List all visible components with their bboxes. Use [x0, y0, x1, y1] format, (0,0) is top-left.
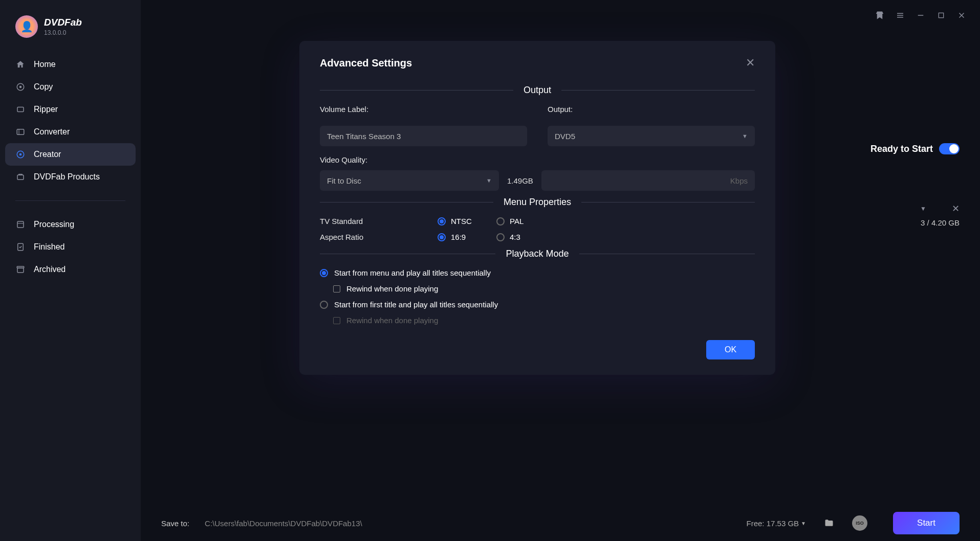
svg-rect-12: [17, 266, 24, 268]
svg-rect-2: [17, 107, 24, 112]
chevron-down-icon[interactable]: ▼: [920, 205, 926, 212]
processing-icon: [15, 219, 26, 230]
iso-icon[interactable]: ISO: [852, 515, 867, 531]
chevron-down-icon: ▼: [486, 177, 492, 184]
radio-4-3[interactable]: 4:3: [496, 233, 555, 241]
app-title: DVDFab: [44, 17, 82, 28]
maximize-icon[interactable]: [933, 7, 949, 24]
radio-icon: [496, 217, 505, 226]
modal-title: Advanced Settings: [320, 57, 412, 69]
playback-opt1[interactable]: Start from menu and play all titles sequ…: [320, 268, 755, 277]
svg-point-1: [19, 86, 22, 88]
products-icon: [15, 172, 26, 182]
tv-standard-label: TV Standard: [320, 217, 438, 226]
size-text: 3 / 4.20 GB: [921, 218, 960, 227]
section-playback: Playback Mode: [506, 249, 569, 259]
sidebar-item-ripper[interactable]: Ripper: [5, 98, 136, 121]
bottom-bar: Save to: C:\Users\fab\Documents\DVDFab\D…: [141, 505, 980, 541]
volume-input[interactable]: Teen Titans Season 3: [320, 126, 527, 146]
chevron-down-icon: ▼: [742, 133, 748, 139]
copy-icon: [15, 82, 26, 92]
app-logo: 👤: [15, 15, 38, 38]
sidebar-item-label: Ripper: [34, 105, 58, 114]
ready-label: Ready to Start: [870, 144, 933, 154]
section-menu-props: Menu Properties: [504, 197, 571, 208]
svg-rect-8: [17, 221, 24, 228]
radio-icon: [438, 233, 446, 241]
svg-rect-7: [17, 175, 24, 179]
ready-toggle[interactable]: [939, 143, 960, 154]
sidebar-item-label: Copy: [34, 82, 53, 92]
right-panel: Ready to Start ▼ ✕ 3 / 4.20 GB: [857, 143, 960, 227]
radio-icon: [320, 301, 328, 309]
output-label: Output:: [548, 105, 755, 114]
logo-section: 👤 DVDFab 13.0.0.0: [0, 10, 141, 48]
archived-icon: [15, 264, 26, 275]
output-select[interactable]: DVD5 ▼: [548, 126, 755, 146]
svg-point-6: [19, 153, 22, 156]
app-version: 13.0.0.0: [44, 29, 82, 36]
radio-ntsc[interactable]: NTSC: [438, 217, 496, 226]
kbps-input[interactable]: Kbps: [541, 170, 755, 191]
panel-close-icon[interactable]: ✕: [952, 203, 960, 214]
sidebar-item-processing[interactable]: Processing: [5, 213, 136, 236]
save-path: C:\Users\fab\Documents\DVDFab\DVDFab13\: [205, 519, 731, 528]
ripper-icon: [15, 104, 26, 115]
chevron-down-icon: ▼: [801, 521, 806, 526]
nav-divider: [15, 200, 125, 201]
sidebar-item-label: Archived: [34, 265, 66, 274]
aspect-ratio-label: Aspect Ratio: [320, 233, 438, 241]
section-output: Output: [524, 85, 551, 96]
sidebar-item-label: Home: [34, 60, 56, 69]
sidebar: 👤 DVDFab 13.0.0.0 Home Copy Ripper Conve…: [0, 0, 141, 541]
sidebar-item-copy[interactable]: Copy: [5, 76, 136, 98]
home-icon: [15, 59, 26, 70]
quality-label: Video Quality:: [320, 155, 755, 164]
volume-label: Volume Label:: [320, 105, 527, 114]
theme-icon[interactable]: [872, 7, 888, 24]
sidebar-item-label: Converter: [34, 127, 70, 137]
free-space[interactable]: Free: 17.53 GB ▼: [747, 519, 806, 528]
titlebar: [861, 0, 980, 31]
radio-16-9[interactable]: 16:9: [438, 233, 496, 241]
sidebar-item-label: DVDFab Products: [34, 172, 100, 182]
svg-rect-11: [17, 268, 24, 273]
advanced-settings-modal: Advanced Settings ✕ Output Volume Label:…: [299, 41, 775, 375]
menu-icon[interactable]: [892, 7, 908, 24]
sidebar-item-products[interactable]: DVDFab Products: [5, 166, 136, 188]
finished-icon: [15, 242, 26, 252]
sidebar-item-finished[interactable]: Finished: [5, 236, 136, 258]
radio-icon: [496, 233, 505, 241]
converter-icon: [15, 127, 26, 137]
main-area: Ready to Start ▼ ✕ 3 / 4.20 GB Advanced …: [141, 0, 980, 541]
checkbox-icon: [333, 317, 340, 324]
sidebar-item-converter[interactable]: Converter: [5, 121, 136, 143]
sidebar-item-archived[interactable]: Archived: [5, 258, 136, 281]
quality-select[interactable]: Fit to Disc ▼: [320, 170, 499, 191]
ok-button[interactable]: OK: [706, 340, 755, 359]
save-to-label: Save to:: [161, 519, 189, 528]
svg-rect-3: [17, 129, 24, 135]
svg-rect-17: [939, 13, 943, 17]
playback-opt2[interactable]: Start from first title and play all titl…: [320, 300, 755, 309]
sidebar-item-creator[interactable]: Creator: [5, 143, 136, 166]
radio-icon: [438, 217, 446, 226]
playback-opt2-rewind: Rewind when done playing: [333, 316, 755, 325]
sidebar-item-label: Finished: [34, 242, 64, 252]
quality-size: 1.49GB: [507, 176, 533, 185]
sidebar-item-label: Creator: [34, 150, 61, 159]
sidebar-item-home[interactable]: Home: [5, 53, 136, 76]
close-icon[interactable]: [953, 7, 970, 24]
playback-opt1-rewind[interactable]: Rewind when done playing: [333, 284, 755, 293]
folder-icon[interactable]: [821, 515, 837, 531]
start-button[interactable]: Start: [893, 512, 960, 534]
checkbox-icon: [333, 285, 340, 292]
sidebar-item-label: Processing: [34, 220, 74, 229]
radio-pal[interactable]: PAL: [496, 217, 555, 226]
minimize-icon[interactable]: [912, 7, 929, 24]
modal-close-icon[interactable]: ✕: [746, 56, 755, 70]
radio-icon: [320, 269, 328, 277]
creator-icon: [15, 149, 26, 160]
